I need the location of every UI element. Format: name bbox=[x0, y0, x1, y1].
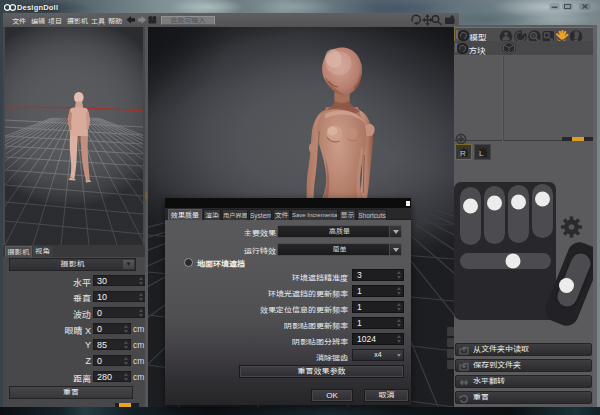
svg-text:R: R bbox=[460, 149, 466, 158]
svg-text:L: L bbox=[479, 149, 484, 158]
